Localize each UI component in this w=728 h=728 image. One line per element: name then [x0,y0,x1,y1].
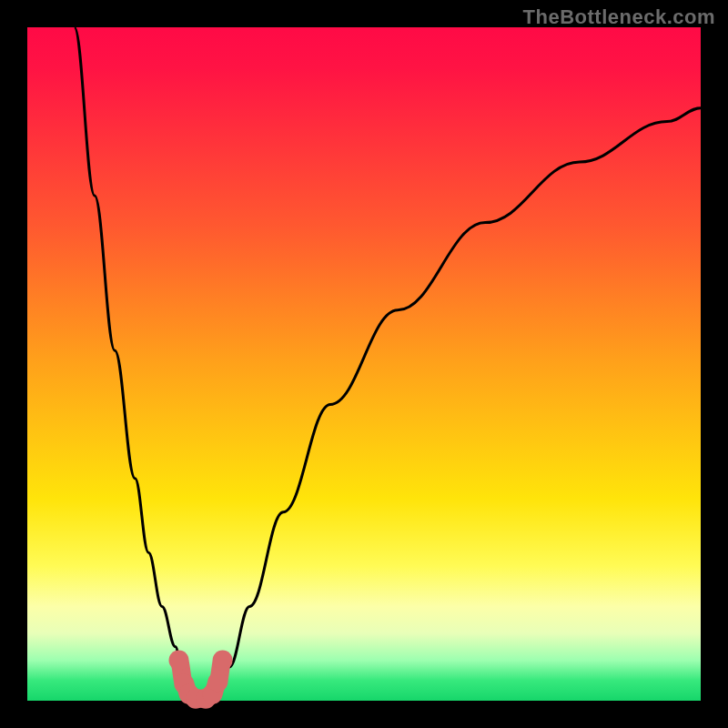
highlight-dot [169,651,189,671]
highlight-dot [207,672,228,692]
watermark-text: TheBottleneck.com [523,5,715,29]
bottleneck-curve-right [216,108,701,701]
curves-svg [27,27,701,701]
optimal-range-dots [169,651,233,709]
highlight-dot [213,651,233,671]
bottleneck-curve-left [75,27,196,701]
plot-area [27,27,701,701]
chart-frame: TheBottleneck.com [0,0,728,728]
